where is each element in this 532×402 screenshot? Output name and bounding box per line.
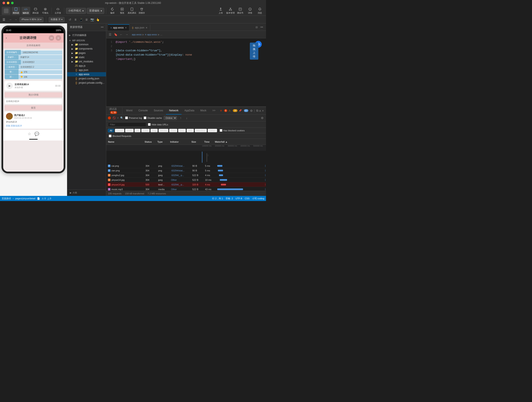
- devtools-settings-icon[interactable]: ⚙: [250, 108, 253, 113]
- folder-components[interactable]: ▶ 📁 components: [67, 47, 106, 51]
- device-selector[interactable]: iPhone X 85% 16 ▾: [19, 17, 43, 22]
- folder-uni-modules[interactable]: ▶ 📁 uni_modules: [67, 59, 106, 64]
- type-btn-img[interactable]: Img: [151, 129, 158, 132]
- type-btn-all[interactable]: All: [108, 129, 114, 132]
- devtools-tab-appdata[interactable]: AppData: [182, 107, 197, 115]
- clear-network-button[interactable]: 🚫: [113, 116, 115, 120]
- toolbar-btn-cloud[interactable]: 云开发: [53, 7, 62, 15]
- type-btn-js[interactable]: JS: [134, 129, 141, 132]
- preserve-log-checkbox[interactable]: Preserve log: [125, 116, 142, 119]
- split-editor-icon[interactable]: ⊟: [254, 25, 259, 30]
- devtools-tab-wxml[interactable]: Wxml: [123, 107, 135, 115]
- type-btn-doc[interactable]: Doc: [178, 129, 186, 132]
- stop-icon-btn[interactable]: ⏸: [73, 18, 78, 22]
- editor-menu-icon[interactable]: ☰: [108, 32, 112, 37]
- devtools-tab-mock[interactable]: Mock: [197, 107, 209, 115]
- more-icon[interactable]: •••: [49, 35, 54, 41]
- camera-icon-btn[interactable]: 📷: [90, 18, 94, 22]
- tab-wxss-close-icon[interactable]: ×: [125, 26, 127, 29]
- file-app-json[interactable]: {} app.json: [67, 68, 106, 72]
- minimize-button[interactable]: [7, 2, 9, 4]
- toolbar-btn-details[interactable]: i 详情: [246, 7, 254, 15]
- file-app-wxss[interactable]: ≡ app.wxss: [67, 72, 106, 77]
- devtools-copy-icon[interactable]: ⧉: [256, 108, 259, 113]
- col-type-header[interactable]: Type: [157, 140, 170, 143]
- comment-icon[interactable]: 💬: [34, 132, 39, 136]
- file-project-config[interactable]: {} project.config.json: [67, 77, 106, 81]
- devtools-tab-console[interactable]: Console: [135, 107, 151, 115]
- editor-forward-icon[interactable]: →: [125, 32, 129, 37]
- type-btn-ws[interactable]: WS: [187, 129, 194, 132]
- phone-icon-btn[interactable]: 📱: [79, 18, 83, 22]
- type-btn-css[interactable]: CSS: [141, 129, 150, 132]
- reload-icon-btn[interactable]: ↺: [68, 18, 72, 22]
- devtools-menu-icon[interactable]: ⋮: [253, 108, 256, 113]
- file-project-private[interactable]: {} project.private.config...: [67, 81, 106, 85]
- col-name-header[interactable]: Name: [106, 140, 145, 143]
- star-icon[interactable]: ☆: [28, 132, 31, 136]
- network-settings-icon[interactable]: ⚙: [260, 116, 264, 120]
- toolbar-btn-refresh[interactable]: 编译: [108, 7, 117, 15]
- upload-throttle-icon[interactable]: ↑: [178, 116, 183, 120]
- toolbar-btn-messages[interactable]: 消息: [255, 7, 264, 15]
- toolbar-btn-visual[interactable]: 可视化: [41, 7, 50, 15]
- nav-forward-btn[interactable]: →: [14, 18, 18, 22]
- toolbar-btn-preview[interactable]: 预览: [118, 7, 127, 15]
- network-row-yinyue-2[interactable]: ! yinyue14.jpg 500 text/... :63294/_ p..…: [106, 182, 266, 187]
- devtools-tab-network[interactable]: Network: [166, 107, 181, 115]
- network-row-yinyue-1[interactable]: J yinyue14.jpg 304 jpeg Other 522 B 10 m…: [106, 178, 266, 182]
- outline-section[interactable]: ▶ 大纲: [67, 190, 106, 196]
- filter-input[interactable]: [108, 122, 146, 127]
- type-btn-cloud[interactable]: Cloud: [115, 129, 125, 132]
- more-tabs-icon[interactable]: •••: [259, 25, 264, 30]
- editor-back-icon[interactable]: ←: [119, 32, 123, 37]
- toolbar-btn-avatar[interactable]: [2, 7, 11, 15]
- nav-back-btn[interactable]: ←: [8, 18, 13, 22]
- devtools-tab-sources[interactable]: Sources: [151, 107, 166, 115]
- type-btn-xhr[interactable]: XHR: [125, 129, 133, 132]
- folder-common[interactable]: ▶ 📁 common: [67, 42, 106, 47]
- toolbar-btn-upload[interactable]: 上传: [216, 7, 225, 15]
- tab-json-close-icon[interactable]: ×: [146, 26, 147, 29]
- blocked-cookies-input[interactable]: [220, 129, 222, 132]
- toolbar-btn-testnum[interactable]: T 测试号: [236, 7, 245, 15]
- screen-icon-btn[interactable]: 🖥: [84, 18, 89, 22]
- toolbar-btn-realtest[interactable]: 真机调试: [127, 7, 136, 15]
- disable-cache-checkbox[interactable]: Disable cache: [144, 116, 162, 119]
- section-open-editors[interactable]: ▶ 打开的编辑器: [67, 32, 106, 38]
- network-row-music[interactable]: M music.mp3 304 media Other 522 B 43 ms …: [106, 187, 266, 191]
- col-time-header[interactable]: Time: [204, 140, 215, 143]
- file-tree-more-icon[interactable]: •••: [101, 26, 104, 29]
- compile-dropdown[interactable]: 普通编辑 ▾: [87, 8, 104, 14]
- hide-urls-input[interactable]: [148, 123, 151, 126]
- drag-upload-button[interactable]: 拖拽上传: [250, 43, 258, 60]
- toolbar-btn-simulator[interactable]: 模拟器: [12, 7, 20, 15]
- type-btn-manifest[interactable]: Manifest: [195, 129, 207, 132]
- mode-dropdown[interactable]: 小程序模式 ▾: [66, 8, 86, 14]
- devtools-tab-more[interactable]: >>: [209, 107, 218, 115]
- toolbar-btn-editor[interactable]: </> 编辑器: [21, 7, 30, 15]
- folder-static[interactable]: ▶ 📁 static: [67, 55, 106, 59]
- touch-icon-btn[interactable]: 👆: [95, 18, 100, 22]
- blocked-requests-label[interactable]: Blocked Requests: [109, 134, 131, 137]
- col-status-header[interactable]: Status: [145, 140, 157, 143]
- hotreload-btn[interactable]: 热重载 开 ▾: [49, 17, 64, 22]
- devtools-close-icon[interactable]: ×: [261, 108, 264, 113]
- network-search-icon[interactable]: 🔍: [120, 116, 123, 120]
- window-controls[interactable]: [3, 2, 14, 4]
- share-icon[interactable]: ⊙: [56, 35, 61, 41]
- tab-app-wxss[interactable]: ≡ app.wxss ×: [108, 24, 129, 31]
- type-btn-other[interactable]: Other: [208, 129, 217, 132]
- devtools-collapse-icon[interactable]: ∧: [259, 108, 261, 113]
- network-filter-icon[interactable]: ▿: [117, 116, 119, 120]
- editor-bookmark-icon[interactable]: 🔖: [114, 32, 118, 37]
- col-size-header[interactable]: Size: [191, 140, 204, 143]
- nav-menu-btn[interactable]: ☰: [2, 18, 6, 22]
- hide-urls-checkbox[interactable]: Hide data URLs: [148, 123, 168, 126]
- devtools-label[interactable]: 调试器 6, 39: [108, 107, 121, 114]
- close-button[interactable]: [3, 2, 5, 4]
- comment-reply[interactable]: 回复:回复信息14: [6, 124, 61, 127]
- has-blocked-cookies[interactable]: Has blocked cookies: [220, 129, 245, 132]
- col-waterfall-header[interactable]: Waterfall ▲: [215, 140, 266, 143]
- toolbar-btn-clearcache[interactable]: 清缓存: [137, 7, 146, 15]
